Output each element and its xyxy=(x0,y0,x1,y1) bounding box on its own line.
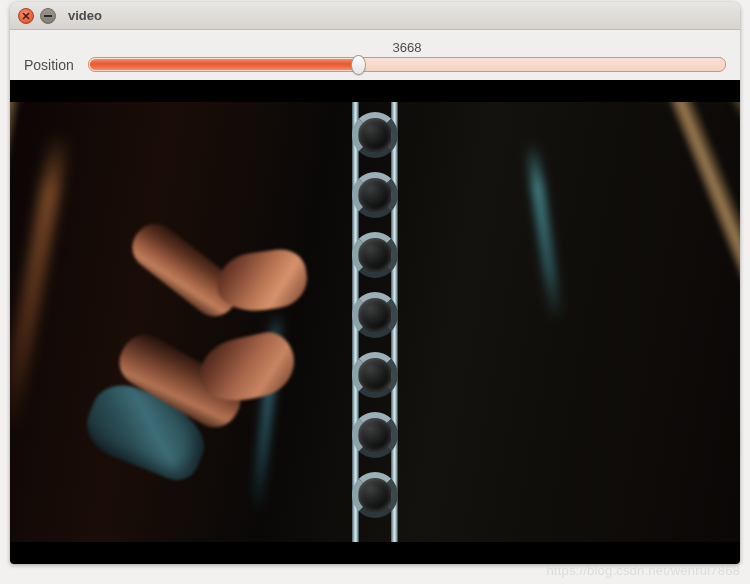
column-ring xyxy=(352,172,398,218)
window-title: video xyxy=(68,8,102,23)
column-ring xyxy=(352,292,398,338)
column-ring xyxy=(352,232,398,278)
titlebar[interactable]: video xyxy=(10,2,740,30)
position-slider[interactable] xyxy=(88,57,726,72)
trackbar-row: Position 3668 xyxy=(10,30,740,80)
position-value: 3668 xyxy=(392,40,421,55)
app-window: video Position 3668 xyxy=(10,2,740,564)
position-slider-container: 3668 xyxy=(88,40,726,72)
column-ring xyxy=(352,412,398,458)
column-ring xyxy=(352,112,398,158)
column-ring xyxy=(352,472,398,518)
close-icon xyxy=(22,12,30,20)
tripod-leg-right-front xyxy=(647,102,740,542)
minimize-button[interactable] xyxy=(40,8,56,24)
video-frame xyxy=(10,102,740,542)
slider-fill xyxy=(90,59,357,70)
orange-rim-light xyxy=(10,133,70,432)
tripod-leg-left xyxy=(10,102,26,542)
close-button[interactable] xyxy=(18,8,34,24)
video-display xyxy=(10,80,740,564)
slider-thumb[interactable] xyxy=(351,55,366,75)
watermark-text: https://blog.csdn.net/wenrui7868 xyxy=(546,563,740,578)
cyan-rim-light-1 xyxy=(526,142,563,322)
hands xyxy=(145,227,355,467)
position-label: Position xyxy=(24,40,74,72)
minimize-icon xyxy=(44,15,52,17)
column-ring xyxy=(352,352,398,398)
